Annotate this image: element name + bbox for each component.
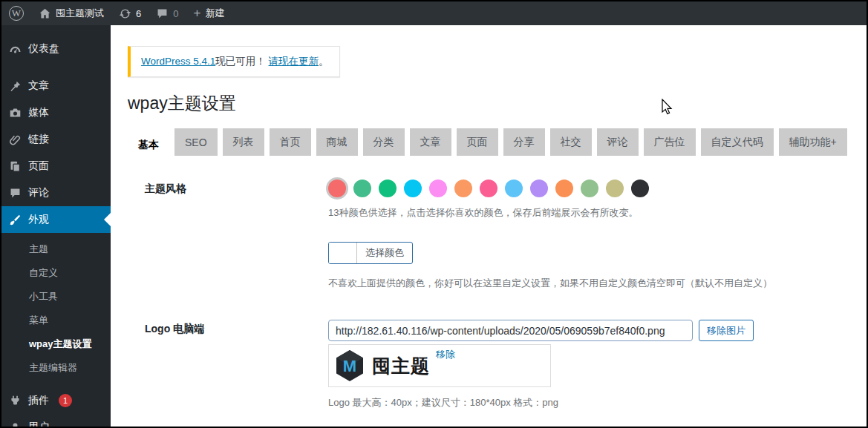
sidebar-item-pages[interactable]: 页面 xyxy=(1,153,111,180)
sidebar-sub-themes[interactable]: 主题 xyxy=(1,237,111,261)
update-icon xyxy=(119,7,131,20)
current-menu-arrow xyxy=(104,213,111,226)
site-menu[interactable]: 囤主题测试 xyxy=(31,1,111,25)
tab-list[interactable]: 列表 xyxy=(223,128,264,156)
wp-logo-menu[interactable]: W xyxy=(1,1,31,25)
page-title: wpay主题设置 xyxy=(128,92,867,115)
theme-color-swatch[interactable] xyxy=(581,180,598,197)
tab-extra-features[interactable]: 辅助功能+ xyxy=(779,128,847,156)
main-content: WordPress 5.4.1现已可用！ 请现在更新。 wpay主题设置 基本 … xyxy=(111,25,867,427)
updates-menu[interactable]: 6 xyxy=(111,1,149,25)
theme-color-swatch[interactable] xyxy=(631,180,649,197)
notice-text: 现已可用！ xyxy=(215,56,268,67)
update-now-link[interactable]: 请现在更新 xyxy=(269,56,319,67)
camera-icon xyxy=(9,107,22,119)
sidebar-item-label: 评论 xyxy=(28,186,49,200)
theme-color-swatch[interactable] xyxy=(480,180,497,197)
sidebar-item-label: 插件 xyxy=(28,394,49,407)
sidebar-item-label: 文章 xyxy=(28,79,49,93)
tab-seo[interactable]: SEO xyxy=(174,128,218,156)
sidebar-item-links[interactable]: 链接 xyxy=(1,126,111,153)
tab-category[interactable]: 分类 xyxy=(363,128,405,156)
sidebar-item-comments[interactable]: 评论 xyxy=(1,180,111,206)
custom-color-picker-button[interactable]: 选择颜色 xyxy=(328,242,413,264)
wordpress-logo-icon: W xyxy=(9,6,24,21)
sidebar-item-media[interactable]: 媒体 xyxy=(1,99,111,126)
sidebar-item-dashboard[interactable]: 仪表盘 xyxy=(1,36,111,62)
tab-home[interactable]: 首页 xyxy=(270,128,311,156)
plug-icon xyxy=(9,395,22,407)
theme-color-swatch[interactable] xyxy=(505,180,523,197)
sidebar-sub-wpay-settings[interactable]: wpay主题设置 xyxy=(1,332,111,356)
site-name: 囤主题测试 xyxy=(56,7,104,20)
theme-color-swatch[interactable] xyxy=(555,180,573,197)
tab-ads[interactable]: 广告位 xyxy=(644,128,696,156)
tab-post[interactable]: 文章 xyxy=(410,128,451,156)
paperclip-icon xyxy=(9,134,22,146)
pushpin-icon xyxy=(9,80,22,93)
sidebar-sub-customize[interactable]: 自定义 xyxy=(1,261,111,285)
sidebar-item-plugins[interactable]: 插件 1 xyxy=(1,387,111,414)
plugins-update-badge: 1 xyxy=(59,394,72,407)
logo-pc-image: M 囤主题 xyxy=(333,348,430,382)
comment-icon xyxy=(9,187,22,200)
tab-basic[interactable]: 基本 xyxy=(128,128,169,162)
hexagon-logo-icon: M xyxy=(333,349,366,382)
logo-pc-hint: Logo 最大高：40px；建议尺寸：180*40px 格式：png xyxy=(328,396,852,409)
theme-color-swatch[interactable] xyxy=(379,180,397,197)
home-icon xyxy=(39,7,51,20)
logo-pc-url-input[interactable] xyxy=(328,320,693,341)
tab-social[interactable]: 社交 xyxy=(550,128,592,156)
sidebar-sub-widgets[interactable]: 小工具 xyxy=(1,285,111,309)
sidebar-sub-theme-editor[interactable]: 主题编辑器 xyxy=(1,356,111,380)
theme-color-swatch[interactable] xyxy=(606,180,624,197)
sidebar-item-appearance[interactable]: 外观 xyxy=(1,206,111,233)
pages-icon xyxy=(9,160,22,173)
new-label: 新建 xyxy=(205,7,224,20)
wordpress-version-link[interactable]: WordPress 5.4.1 xyxy=(141,56,215,67)
logo-pc-remove-link[interactable]: 移除 xyxy=(436,348,455,361)
theme-color-swatch[interactable] xyxy=(530,180,548,197)
brush-icon xyxy=(9,214,22,226)
plus-icon: + xyxy=(193,7,200,19)
new-content-menu[interactable]: + 新建 xyxy=(186,1,232,25)
theme-color-swatch[interactable] xyxy=(429,180,447,197)
notice-period: 。 xyxy=(319,56,329,67)
sidebar-item-label: 媒体 xyxy=(28,106,49,119)
color-picker-label: 选择颜色 xyxy=(357,243,412,263)
sidebar-item-label: 仪表盘 xyxy=(28,42,59,56)
theme-color-swatch-selected[interactable] xyxy=(328,180,346,197)
svg-text:M: M xyxy=(343,357,356,375)
logo-pc-label: Logo 电脑端 xyxy=(128,320,328,409)
comment-count: 0 xyxy=(173,8,178,19)
admin-sidebar: 仪表盘 文章 媒体 链接 页面 评论 外观 主题 自定义 xyxy=(1,25,111,427)
browser-viewport: W 囤主题测试 6 0 + 新建 仪表盘 文章 媒体 xyxy=(0,0,868,428)
admin-bar: W 囤主题测试 6 0 + 新建 xyxy=(1,1,867,25)
sidebar-item-label: 用户 xyxy=(28,421,49,428)
settings-tabs: 基本 SEO 列表 首页 商城 分类 文章 页面 分享 社交 评论 广告位 自定… xyxy=(128,128,867,156)
sidebar-item-label: 外观 xyxy=(28,213,49,226)
comments-menu[interactable]: 0 xyxy=(149,1,186,25)
tab-comment[interactable]: 评论 xyxy=(597,128,639,156)
settings-form: 主题风格 xyxy=(128,180,867,427)
color-picker-swatch xyxy=(329,243,357,263)
sidebar-sub-menus[interactable]: 菜单 xyxy=(1,309,111,332)
theme-color-swatch[interactable] xyxy=(353,180,371,197)
logo-pc-preview: M 囤主题 移除 xyxy=(328,344,551,387)
theme-color-swatch[interactable] xyxy=(404,180,422,197)
tab-share[interactable]: 分享 xyxy=(503,128,545,156)
custom-color-hint: 不喜欢上面提供的颜色，你好可以在这里自定义设置，如果不用自定义颜色清空即可（默认… xyxy=(328,277,852,290)
logo-text: 囤主题 xyxy=(372,354,430,378)
update-notice: WordPress 5.4.1现已可用！ 请现在更新。 xyxy=(128,46,340,77)
appearance-submenu: 主题 自定义 小工具 菜单 wpay主题设置 主题编辑器 xyxy=(1,233,111,387)
theme-color-swatch[interactable] xyxy=(454,180,472,197)
comment-bubble-icon xyxy=(156,7,169,20)
sidebar-item-users[interactable]: 用户 xyxy=(1,414,111,428)
tab-shop[interactable]: 商城 xyxy=(316,128,358,156)
logo-pc-remove-button[interactable]: 移除图片 xyxy=(699,320,754,341)
tab-custom-code[interactable]: 自定义代码 xyxy=(701,128,774,156)
tab-page[interactable]: 页面 xyxy=(457,128,498,156)
theme-style-hint: 13种颜色供选择，点击选择你喜欢的颜色，保存后前端展示会有所改变。 xyxy=(328,206,852,220)
user-icon xyxy=(9,421,22,428)
sidebar-item-posts[interactable]: 文章 xyxy=(1,73,111,99)
